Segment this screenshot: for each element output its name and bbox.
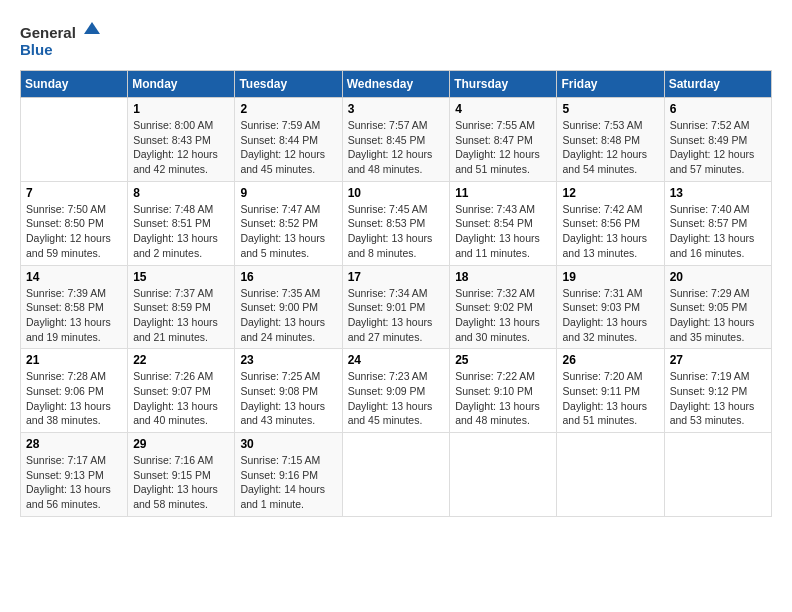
day-number: 17: [348, 270, 445, 284]
weekday-header-wednesday: Wednesday: [342, 71, 450, 98]
day-info: Sunrise: 7:40 AMSunset: 8:57 PMDaylight:…: [670, 202, 766, 261]
day-number: 20: [670, 270, 766, 284]
day-info: Sunrise: 7:42 AMSunset: 8:56 PMDaylight:…: [562, 202, 658, 261]
day-info: Sunrise: 7:32 AMSunset: 9:02 PMDaylight:…: [455, 286, 551, 345]
day-number: 25: [455, 353, 551, 367]
day-number: 1: [133, 102, 229, 116]
day-number: 8: [133, 186, 229, 200]
day-info: Sunrise: 7:25 AMSunset: 9:08 PMDaylight:…: [240, 369, 336, 428]
day-number: 18: [455, 270, 551, 284]
day-info: Sunrise: 7:20 AMSunset: 9:11 PMDaylight:…: [562, 369, 658, 428]
day-number: 28: [26, 437, 122, 451]
calendar-cell: [450, 433, 557, 517]
calendar-cell: 26Sunrise: 7:20 AMSunset: 9:11 PMDayligh…: [557, 349, 664, 433]
calendar-cell: 18Sunrise: 7:32 AMSunset: 9:02 PMDayligh…: [450, 265, 557, 349]
day-info: Sunrise: 7:43 AMSunset: 8:54 PMDaylight:…: [455, 202, 551, 261]
day-info: Sunrise: 7:37 AMSunset: 8:59 PMDaylight:…: [133, 286, 229, 345]
day-info: Sunrise: 8:00 AMSunset: 8:43 PMDaylight:…: [133, 118, 229, 177]
page-header: General Blue: [20, 20, 772, 60]
calendar-week-3: 14Sunrise: 7:39 AMSunset: 8:58 PMDayligh…: [21, 265, 772, 349]
calendar-body: 1Sunrise: 8:00 AMSunset: 8:43 PMDaylight…: [21, 98, 772, 517]
svg-text:General: General: [20, 24, 76, 41]
day-info: Sunrise: 7:52 AMSunset: 8:49 PMDaylight:…: [670, 118, 766, 177]
calendar-cell: 19Sunrise: 7:31 AMSunset: 9:03 PMDayligh…: [557, 265, 664, 349]
day-info: Sunrise: 7:50 AMSunset: 8:50 PMDaylight:…: [26, 202, 122, 261]
calendar-cell: 14Sunrise: 7:39 AMSunset: 8:58 PMDayligh…: [21, 265, 128, 349]
day-number: 29: [133, 437, 229, 451]
day-number: 15: [133, 270, 229, 284]
calendar-cell: 11Sunrise: 7:43 AMSunset: 8:54 PMDayligh…: [450, 181, 557, 265]
day-info: Sunrise: 7:26 AMSunset: 9:07 PMDaylight:…: [133, 369, 229, 428]
day-number: 14: [26, 270, 122, 284]
weekday-header-sunday: Sunday: [21, 71, 128, 98]
calendar-cell: 15Sunrise: 7:37 AMSunset: 8:59 PMDayligh…: [128, 265, 235, 349]
day-info: Sunrise: 7:34 AMSunset: 9:01 PMDaylight:…: [348, 286, 445, 345]
day-number: 22: [133, 353, 229, 367]
day-number: 7: [26, 186, 122, 200]
calendar-cell: 20Sunrise: 7:29 AMSunset: 9:05 PMDayligh…: [664, 265, 771, 349]
day-number: 3: [348, 102, 445, 116]
day-number: 23: [240, 353, 336, 367]
day-info: Sunrise: 7:55 AMSunset: 8:47 PMDaylight:…: [455, 118, 551, 177]
day-number: 27: [670, 353, 766, 367]
calendar-week-2: 7Sunrise: 7:50 AMSunset: 8:50 PMDaylight…: [21, 181, 772, 265]
weekday-header-saturday: Saturday: [664, 71, 771, 98]
weekday-header-row: SundayMondayTuesdayWednesdayThursdayFrid…: [21, 71, 772, 98]
day-number: 5: [562, 102, 658, 116]
day-number: 2: [240, 102, 336, 116]
day-info: Sunrise: 7:28 AMSunset: 9:06 PMDaylight:…: [26, 369, 122, 428]
logo-icon: General Blue: [20, 20, 100, 60]
calendar-cell: [342, 433, 450, 517]
day-number: 21: [26, 353, 122, 367]
calendar-cell: 28Sunrise: 7:17 AMSunset: 9:13 PMDayligh…: [21, 433, 128, 517]
day-number: 10: [348, 186, 445, 200]
day-info: Sunrise: 7:35 AMSunset: 9:00 PMDaylight:…: [240, 286, 336, 345]
calendar-week-4: 21Sunrise: 7:28 AMSunset: 9:06 PMDayligh…: [21, 349, 772, 433]
day-number: 6: [670, 102, 766, 116]
calendar-cell: 30Sunrise: 7:15 AMSunset: 9:16 PMDayligh…: [235, 433, 342, 517]
day-number: 30: [240, 437, 336, 451]
calendar-table: SundayMondayTuesdayWednesdayThursdayFrid…: [20, 70, 772, 517]
calendar-week-5: 28Sunrise: 7:17 AMSunset: 9:13 PMDayligh…: [21, 433, 772, 517]
day-info: Sunrise: 7:31 AMSunset: 9:03 PMDaylight:…: [562, 286, 658, 345]
day-info: Sunrise: 7:53 AMSunset: 8:48 PMDaylight:…: [562, 118, 658, 177]
day-number: 4: [455, 102, 551, 116]
svg-marker-2: [84, 22, 100, 34]
weekday-header-monday: Monday: [128, 71, 235, 98]
calendar-cell: [664, 433, 771, 517]
calendar-cell: 25Sunrise: 7:22 AMSunset: 9:10 PMDayligh…: [450, 349, 557, 433]
day-info: Sunrise: 7:29 AMSunset: 9:05 PMDaylight:…: [670, 286, 766, 345]
calendar-header: SundayMondayTuesdayWednesdayThursdayFrid…: [21, 71, 772, 98]
day-number: 13: [670, 186, 766, 200]
day-info: Sunrise: 7:19 AMSunset: 9:12 PMDaylight:…: [670, 369, 766, 428]
calendar-cell: 12Sunrise: 7:42 AMSunset: 8:56 PMDayligh…: [557, 181, 664, 265]
day-info: Sunrise: 7:17 AMSunset: 9:13 PMDaylight:…: [26, 453, 122, 512]
day-info: Sunrise: 7:59 AMSunset: 8:44 PMDaylight:…: [240, 118, 336, 177]
calendar-cell: 7Sunrise: 7:50 AMSunset: 8:50 PMDaylight…: [21, 181, 128, 265]
calendar-cell: 29Sunrise: 7:16 AMSunset: 9:15 PMDayligh…: [128, 433, 235, 517]
day-info: Sunrise: 7:22 AMSunset: 9:10 PMDaylight:…: [455, 369, 551, 428]
day-number: 16: [240, 270, 336, 284]
calendar-cell: 5Sunrise: 7:53 AMSunset: 8:48 PMDaylight…: [557, 98, 664, 182]
calendar-cell: 17Sunrise: 7:34 AMSunset: 9:01 PMDayligh…: [342, 265, 450, 349]
logo: General Blue: [20, 20, 100, 60]
day-info: Sunrise: 7:23 AMSunset: 9:09 PMDaylight:…: [348, 369, 445, 428]
day-info: Sunrise: 7:45 AMSunset: 8:53 PMDaylight:…: [348, 202, 445, 261]
weekday-header-friday: Friday: [557, 71, 664, 98]
day-info: Sunrise: 7:47 AMSunset: 8:52 PMDaylight:…: [240, 202, 336, 261]
weekday-header-thursday: Thursday: [450, 71, 557, 98]
day-info: Sunrise: 7:39 AMSunset: 8:58 PMDaylight:…: [26, 286, 122, 345]
svg-text:Blue: Blue: [20, 41, 53, 58]
weekday-header-tuesday: Tuesday: [235, 71, 342, 98]
day-number: 26: [562, 353, 658, 367]
calendar-cell: 27Sunrise: 7:19 AMSunset: 9:12 PMDayligh…: [664, 349, 771, 433]
calendar-cell: 10Sunrise: 7:45 AMSunset: 8:53 PMDayligh…: [342, 181, 450, 265]
calendar-cell: 13Sunrise: 7:40 AMSunset: 8:57 PMDayligh…: [664, 181, 771, 265]
day-info: Sunrise: 7:57 AMSunset: 8:45 PMDaylight:…: [348, 118, 445, 177]
calendar-cell: 24Sunrise: 7:23 AMSunset: 9:09 PMDayligh…: [342, 349, 450, 433]
calendar-cell: [557, 433, 664, 517]
day-info: Sunrise: 7:15 AMSunset: 9:16 PMDaylight:…: [240, 453, 336, 512]
calendar-cell: 8Sunrise: 7:48 AMSunset: 8:51 PMDaylight…: [128, 181, 235, 265]
calendar-cell: 23Sunrise: 7:25 AMSunset: 9:08 PMDayligh…: [235, 349, 342, 433]
calendar-cell: 22Sunrise: 7:26 AMSunset: 9:07 PMDayligh…: [128, 349, 235, 433]
